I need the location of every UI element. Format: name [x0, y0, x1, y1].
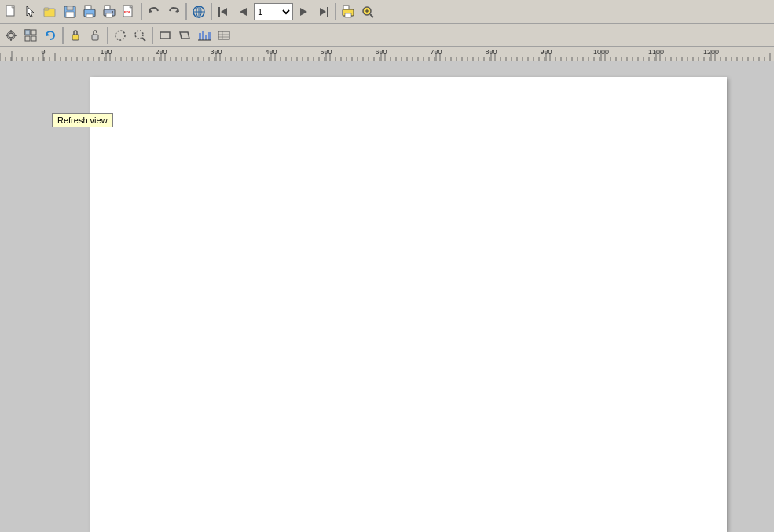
- svg-rect-37: [10, 30, 12, 32]
- select-button[interactable]: [21, 2, 40, 21]
- settings-button[interactable]: [2, 26, 20, 45]
- new-button[interactable]: [2, 2, 20, 21]
- ruler-canvas: [0, 47, 774, 61]
- svg-marker-23: [221, 8, 227, 16]
- sep5: [62, 27, 64, 44]
- first-page-button[interactable]: [215, 2, 233, 21]
- open-button[interactable]: [41, 2, 60, 21]
- svg-rect-28: [343, 6, 349, 9]
- page-select[interactable]: 1: [254, 3, 293, 20]
- svg-rect-12: [106, 13, 112, 17]
- print-preview-button[interactable]: [80, 2, 99, 21]
- sep3: [211, 3, 212, 20]
- svg-line-51: [142, 38, 145, 41]
- svg-rect-42: [25, 30, 30, 35]
- last-page-button[interactable]: [314, 2, 332, 21]
- svg-point-13: [112, 11, 113, 13]
- save-button[interactable]: [61, 2, 79, 21]
- svg-rect-57: [208, 32, 211, 40]
- sep7: [152, 27, 153, 44]
- print2-button[interactable]: [339, 2, 358, 21]
- svg-rect-48: [92, 35, 98, 40]
- rectangle-button[interactable]: [156, 26, 174, 45]
- svg-rect-47: [72, 35, 79, 40]
- svg-rect-43: [31, 30, 36, 35]
- svg-rect-59: [218, 31, 229, 39]
- svg-rect-54: [199, 33, 201, 40]
- svg-rect-6: [66, 12, 74, 17]
- svg-rect-44: [25, 36, 30, 41]
- shape2-button[interactable]: [215, 26, 233, 45]
- svg-point-50: [135, 31, 143, 39]
- export-pdf-button[interactable]: PDF: [119, 2, 138, 21]
- lock-button[interactable]: [66, 26, 85, 45]
- sep6: [107, 27, 108, 44]
- svg-rect-30: [345, 13, 351, 17]
- svg-rect-45: [31, 36, 36, 41]
- svg-line-32: [370, 14, 373, 17]
- toolbar-row-2: [0, 24, 774, 47]
- svg-rect-38: [10, 39, 12, 41]
- prev-page-button[interactable]: [234, 2, 253, 21]
- main-canvas-area: Refresh view: [0, 61, 774, 532]
- zoom-select-button[interactable]: [21, 26, 40, 45]
- magnify-button[interactable]: [358, 2, 377, 21]
- svg-rect-55: [202, 31, 204, 40]
- svg-rect-10: [105, 6, 110, 9]
- svg-rect-9: [86, 14, 93, 17]
- svg-rect-39: [6, 35, 8, 36]
- web-button[interactable]: [189, 2, 208, 21]
- svg-marker-53: [180, 32, 189, 39]
- svg-rect-52: [160, 32, 170, 39]
- document-page: [90, 77, 727, 532]
- svg-point-35: [9, 33, 13, 38]
- sep4: [335, 3, 336, 20]
- zoom-in-button[interactable]: [130, 26, 149, 45]
- sep1: [141, 3, 142, 20]
- redo-button[interactable]: [164, 2, 183, 21]
- svg-rect-5: [67, 6, 73, 10]
- svg-marker-27: [320, 8, 326, 16]
- svg-rect-3: [44, 8, 49, 10]
- sep2: [185, 3, 187, 20]
- next-page-button[interactable]: [294, 2, 313, 21]
- undo-button[interactable]: [145, 2, 163, 21]
- parallelogram-button[interactable]: [175, 26, 194, 45]
- refresh-view-button[interactable]: [41, 26, 60, 45]
- svg-marker-1: [27, 6, 34, 17]
- svg-marker-25: [300, 8, 307, 16]
- print-button[interactable]: [100, 2, 119, 21]
- ruler: [0, 47, 774, 61]
- unlock-button[interactable]: [86, 26, 105, 45]
- svg-rect-40: [14, 35, 17, 36]
- svg-rect-56: [205, 35, 207, 40]
- circle-select-button[interactable]: [111, 26, 130, 45]
- svg-point-49: [116, 31, 125, 40]
- chart-button[interactable]: [195, 26, 214, 45]
- svg-marker-24: [240, 8, 247, 16]
- page-number-wrap: 1: [254, 3, 293, 20]
- tooltip-refresh-view: Refresh view: [52, 113, 113, 127]
- svg-text:PDF: PDF: [124, 10, 131, 14]
- toolbar-row-1: PDF: [0, 0, 774, 24]
- tooltip-text: Refresh view: [57, 116, 108, 125]
